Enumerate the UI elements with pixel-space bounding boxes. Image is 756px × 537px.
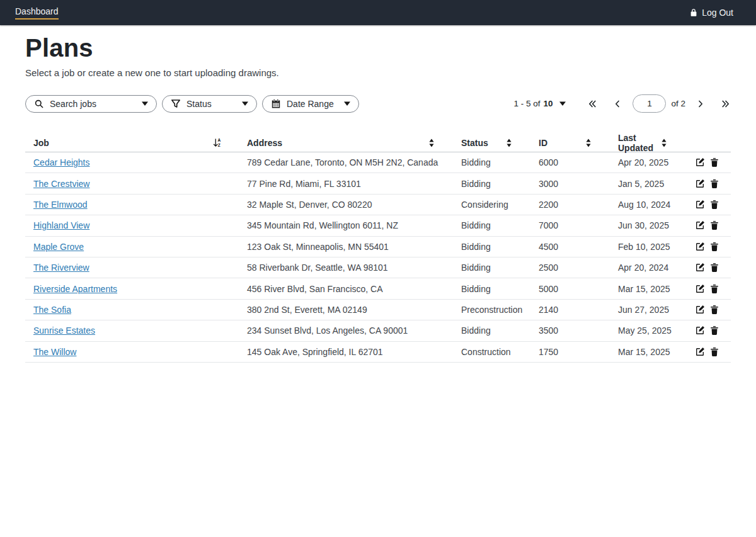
last-updated-cell: Apr 20, 2024 [610, 263, 685, 273]
dashboard-link[interactable]: Dashboard [15, 6, 59, 20]
edit-button[interactable] [694, 304, 706, 315]
delete-button[interactable] [709, 262, 720, 273]
last-updated-cell: Jun 27, 2025 [610, 305, 685, 315]
column-label-address: Address [247, 138, 282, 148]
delete-button[interactable] [709, 304, 720, 315]
of-pages-label: of 2 [671, 99, 685, 108]
search-jobs-dropdown[interactable]: Search jobs [25, 95, 157, 113]
delete-button[interactable] [709, 346, 720, 358]
sort-updown-icon[interactable] [427, 138, 437, 148]
next-page-button[interactable] [696, 99, 706, 109]
range-text: 1 - 5 of [513, 99, 540, 108]
table-row: The Sofia 380 2nd St, Everett, MA 02149 … [25, 300, 731, 320]
delete-button[interactable] [709, 241, 720, 252]
column-header-address: Address [239, 138, 453, 148]
status-cell: Construction [453, 347, 530, 357]
address-cell: 345 Mountain Rd, Wellington 6011, NZ [239, 220, 453, 230]
sort-updown-icon[interactable] [583, 138, 593, 148]
trash-icon [709, 157, 719, 167]
edit-icon [695, 263, 705, 273]
page-number-input[interactable] [633, 94, 666, 113]
status-cell: Bidding [453, 263, 530, 273]
id-cell: 2140 [530, 305, 610, 315]
delete-button[interactable] [709, 178, 720, 189]
actions-cell [685, 178, 731, 189]
delete-button[interactable] [709, 199, 720, 210]
edit-button[interactable] [694, 157, 706, 168]
address-cell: 789 Cedar Lane, Toronto, ON M5H 2N2, Can… [239, 157, 453, 167]
logout-button[interactable]: Log Out [689, 8, 733, 18]
column-label-last-updated: Last Updated [618, 133, 659, 153]
job-link[interactable]: Sunrise Estates [33, 325, 95, 336]
edit-button[interactable] [694, 220, 706, 231]
edit-button[interactable] [694, 262, 706, 273]
sort-updown-icon[interactable] [504, 138, 514, 148]
job-link[interactable]: The Willow [33, 347, 76, 357]
trash-icon [709, 284, 719, 294]
column-header-status: Status [453, 138, 530, 148]
status-filter-label: Status [186, 99, 236, 109]
table-row: The Crestview 77 Pine Rd, Miami, FL 3310… [25, 173, 731, 194]
job-cell: The Crestview [25, 179, 239, 189]
trash-icon [709, 242, 719, 252]
id-cell: 2200 [530, 200, 610, 210]
job-cell: Maple Grove [25, 242, 239, 252]
sort-updown-icon[interactable] [659, 138, 669, 148]
job-cell: Cedar Heights [25, 157, 239, 167]
job-link[interactable]: The Sofia [33, 305, 71, 315]
column-label-job: Job [33, 138, 49, 148]
plans-table: Job A Z Address Status ID [25, 133, 731, 363]
date-range-label: Date Range [287, 99, 338, 109]
status-cell: Bidding [453, 220, 530, 230]
column-header-id: ID [530, 138, 610, 148]
job-link[interactable]: Cedar Heights [33, 157, 90, 167]
job-link[interactable]: Riverside Apartments [33, 284, 117, 294]
table-row: Riverside Apartments 456 River Blvd, San… [25, 278, 731, 299]
table-row: Maple Grove 123 Oak St, Minneapolis, MN … [25, 237, 731, 257]
id-cell: 2500 [530, 263, 610, 273]
edit-button[interactable] [694, 283, 706, 295]
edit-button[interactable] [694, 199, 706, 210]
delete-button[interactable] [709, 283, 720, 295]
id-cell: 7000 [530, 220, 610, 230]
job-cell: Riverside Apartments [25, 284, 239, 294]
sort-alphabetical-icon[interactable]: A Z [212, 138, 222, 148]
job-link[interactable]: The Riverview [33, 263, 89, 273]
edit-button[interactable] [694, 325, 706, 336]
page-title: Plans [25, 34, 731, 62]
previous-page-button[interactable] [612, 99, 622, 109]
trash-icon [709, 179, 719, 189]
job-cell: The Sofia [25, 305, 239, 315]
delete-button[interactable] [709, 157, 720, 168]
edit-button[interactable] [694, 178, 706, 189]
edit-button[interactable] [694, 346, 706, 358]
pagination: 1 - 5 of 10 of 2 [513, 94, 731, 113]
first-page-button[interactable] [587, 99, 597, 109]
date-range-dropdown[interactable]: Date Range [262, 95, 359, 113]
top-bar: Dashboard Log Out [0, 0, 756, 25]
trash-icon [709, 305, 719, 315]
delete-button[interactable] [709, 220, 720, 231]
last-updated-cell: May 25, 2025 [610, 325, 685, 336]
job-link[interactable]: Highland View [33, 220, 89, 230]
status-cell: Bidding [453, 284, 530, 294]
job-cell: Sunrise Estates [25, 325, 239, 336]
column-header-last-updated: Last Updated [610, 133, 685, 153]
column-header-job: Job A Z [25, 138, 239, 148]
status-filter-dropdown[interactable]: Status [162, 95, 257, 113]
table-header-row: Job A Z Address Status ID [25, 133, 731, 152]
edit-icon [695, 305, 705, 315]
status-cell: Preconstruction [453, 305, 530, 315]
job-link[interactable]: The Crestview [33, 179, 89, 189]
address-cell: 145 Oak Ave, Springfield, IL 62701 [239, 347, 453, 357]
delete-button[interactable] [709, 325, 720, 336]
last-page-button[interactable] [721, 99, 731, 109]
last-updated-cell: Jun 30, 2025 [610, 220, 685, 230]
id-cell: 4500 [530, 242, 610, 252]
edit-button[interactable] [694, 241, 706, 252]
page-size-dropdown[interactable]: 1 - 5 of 10 [513, 99, 566, 108]
job-link[interactable]: Maple Grove [33, 242, 84, 252]
last-updated-cell: Feb 10, 2025 [610, 242, 685, 252]
page-subtitle: Select a job or create a new one to star… [25, 67, 731, 78]
job-link[interactable]: The Elmwood [33, 200, 88, 210]
